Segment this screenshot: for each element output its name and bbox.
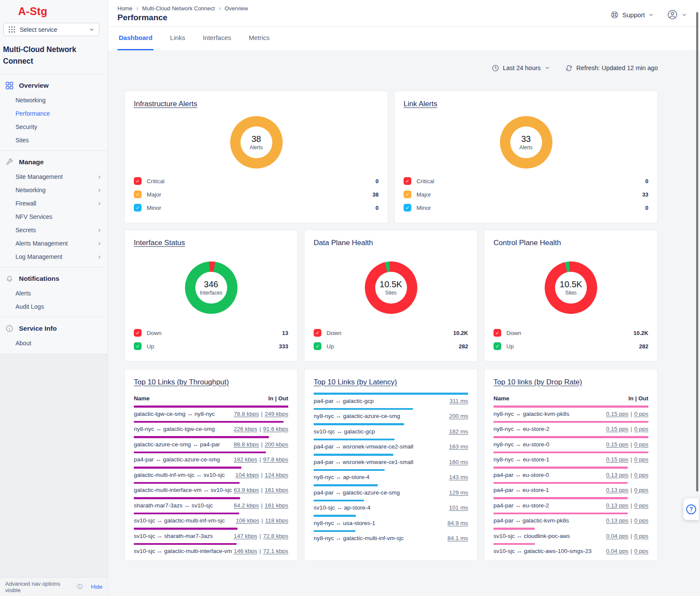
time-range-selector[interactable]: Last 24 hours xyxy=(492,65,550,72)
out-value-link[interactable]: 72.1 kbps xyxy=(263,548,288,554)
checkbox-icon[interactable]: ✓ xyxy=(404,204,411,212)
sidebar-item[interactable]: Networking › xyxy=(0,183,108,197)
out-value-link[interactable]: 118 kbps xyxy=(265,517,288,524)
checkbox-icon[interactable]: ✓ xyxy=(314,329,321,337)
checkbox-icon[interactable]: ✓ xyxy=(314,342,321,350)
checkbox-icon[interactable]: ✓ xyxy=(134,329,142,337)
link-alerts-title[interactable]: Link Alerts xyxy=(404,100,648,108)
latency-value-link[interactable]: 143 ms xyxy=(449,474,468,480)
checkbox-icon[interactable]: ✓ xyxy=(493,342,501,350)
in-value-link[interactable]: 78.8 kbps xyxy=(234,411,259,417)
in-value-link[interactable]: 0.04 pps xyxy=(606,548,629,554)
support-menu[interactable]: Support xyxy=(611,11,654,19)
latency-value-link[interactable]: 160 ms xyxy=(449,459,468,465)
tab[interactable]: Metrics xyxy=(247,27,271,50)
sidebar-item-overview[interactable]: Overview xyxy=(0,77,108,93)
top-throughput-title[interactable]: Top 10 Links (by Throughput) xyxy=(134,378,288,387)
infrastructure-alerts-title[interactable]: Infrastructure Alerts xyxy=(134,100,379,108)
out-value-link[interactable]: 161 kbps xyxy=(265,487,288,493)
sidebar-item[interactable]: Alerts Management › xyxy=(0,237,108,250)
sidebar-item[interactable]: Networking › xyxy=(0,93,108,107)
latency-value-link[interactable]: 84.1 ms xyxy=(447,535,468,541)
in-value-link[interactable]: 226 kbps xyxy=(234,426,257,432)
hide-nav-button[interactable]: Hide xyxy=(91,584,102,590)
in-value-link[interactable]: 146 kbps xyxy=(234,548,257,554)
latency-value-link[interactable]: 163 ms xyxy=(449,443,468,450)
checkbox-icon[interactable]: ✓ xyxy=(493,329,501,337)
service-selector[interactable]: Select service xyxy=(3,23,99,36)
out-value-link[interactable]: 0 pps xyxy=(634,411,648,417)
out-value-link[interactable]: 0 pps xyxy=(634,472,648,478)
latency-value-link[interactable]: 311 ms xyxy=(450,398,468,404)
latency-value-link[interactable]: 129 ms xyxy=(449,489,468,496)
out-value-link[interactable]: 200 kbps xyxy=(265,441,288,448)
in-value-link[interactable]: 0.15 pps xyxy=(606,441,629,448)
in-value-link[interactable]: 0.13 pps xyxy=(606,517,629,524)
in-value-link[interactable]: 0.15 pps xyxy=(606,426,629,432)
checkbox-icon[interactable]: ✓ xyxy=(134,177,142,185)
in-value-link[interactable]: 64.2 kbps xyxy=(234,502,259,509)
checkbox-icon[interactable]: ✓ xyxy=(134,342,142,350)
tab[interactable]: Links xyxy=(169,27,186,50)
in-value-link[interactable]: 106 kbps xyxy=(236,517,259,524)
sidebar-item[interactable]: Site Management › xyxy=(0,170,108,183)
scrollbar-thumb[interactable] xyxy=(696,12,698,492)
out-value-link[interactable]: 0 pps xyxy=(634,502,648,509)
out-value-link[interactable]: 0 pps xyxy=(634,548,648,554)
checkbox-icon[interactable]: ✓ xyxy=(134,204,142,212)
out-value-link[interactable]: 124 kbps xyxy=(265,472,288,478)
in-value-link[interactable]: 0.04 pps xyxy=(606,533,629,539)
breadcrumb-item[interactable]: Overview › xyxy=(225,5,248,12)
sidebar-item-notifications[interactable]: Notifications xyxy=(0,270,108,286)
sidebar-item-service-info[interactable]: Service Info xyxy=(0,320,108,336)
in-value-link[interactable]: 0.15 pps xyxy=(606,456,629,463)
help-button[interactable]: ? xyxy=(683,498,699,520)
sidebar-item[interactable]: About › xyxy=(0,336,108,350)
out-value-link[interactable]: 161 kbps xyxy=(265,502,288,509)
in-value-link[interactable]: 0.13 pps xyxy=(606,502,629,509)
top-drop-rate-title[interactable]: Top 10 links (by Drop Rate) xyxy=(493,378,648,387)
in-value-link[interactable]: 86.8 kbps xyxy=(234,441,259,448)
checkbox-icon[interactable]: ✓ xyxy=(404,177,411,185)
in-value-link[interactable]: 104 kbps xyxy=(235,472,259,478)
sidebar-item[interactable]: Audit Logs › xyxy=(0,300,108,313)
sidebar-item[interactable]: Security › xyxy=(0,120,108,133)
latency-value-link[interactable]: 84.9 ms xyxy=(447,520,468,526)
out-value-link[interactable]: 91.6 kbps xyxy=(263,426,288,432)
breadcrumb-item[interactable]: Multi-Cloud Network Connect › xyxy=(142,5,225,12)
in-value-link[interactable]: 182 kbps xyxy=(234,456,257,463)
latency-value-link[interactable]: 200 ms xyxy=(449,413,468,419)
sidebar-item[interactable]: Firewall › xyxy=(0,197,108,210)
sidebar-item[interactable]: Sites › xyxy=(0,133,108,147)
sidebar-item-manage[interactable]: Manage xyxy=(0,154,108,170)
in-value-link[interactable]: 63.9 kbps xyxy=(234,487,259,493)
checkbox-icon[interactable]: ✓ xyxy=(404,190,411,198)
out-value-link[interactable]: 0 pps xyxy=(634,487,648,493)
out-value-link[interactable]: 0 pps xyxy=(634,441,648,448)
out-value-link[interactable]: 0 pps xyxy=(634,533,648,539)
refresh-control[interactable]: Refresh: Updated 12 min ago xyxy=(565,65,658,72)
sidebar-item[interactable]: Alerts › xyxy=(0,286,108,300)
out-value-link[interactable]: 97.8 kbps xyxy=(263,456,288,463)
tab[interactable]: Dashboard xyxy=(117,27,154,50)
latency-value-link[interactable]: 101 ms xyxy=(449,504,468,511)
interface-status-title[interactable]: Interface Status xyxy=(134,239,288,247)
user-menu[interactable] xyxy=(667,9,687,20)
breadcrumb-item[interactable]: Home › xyxy=(117,5,142,12)
sidebar-item[interactable]: Log Management › xyxy=(0,250,108,263)
sidebar-item[interactable]: Secrets › xyxy=(0,223,108,237)
latency-value-link[interactable]: 182 ms xyxy=(449,428,468,435)
sidebar-item[interactable]: NFV Services › xyxy=(0,210,108,223)
in-value-link[interactable]: 0.13 pps xyxy=(606,487,629,493)
out-value-link[interactable]: 249 kbps xyxy=(265,411,288,417)
in-value-link[interactable]: 0.13 pps xyxy=(606,472,629,478)
out-value-link[interactable]: 0 pps xyxy=(634,456,648,463)
out-value-link[interactable]: 0 pps xyxy=(634,426,648,432)
out-value-link[interactable]: 0 pps xyxy=(634,517,648,524)
checkbox-icon[interactable]: ✓ xyxy=(134,190,142,198)
in-value-link[interactable]: 147 kbps xyxy=(234,533,257,539)
tab[interactable]: Interfaces xyxy=(201,27,232,50)
out-value-link[interactable]: 72.8 kbps xyxy=(263,533,288,539)
in-value-link[interactable]: 0.15 pps xyxy=(606,411,629,417)
top-latency-title[interactable]: Top 10 Links (by Latency) xyxy=(314,378,468,387)
